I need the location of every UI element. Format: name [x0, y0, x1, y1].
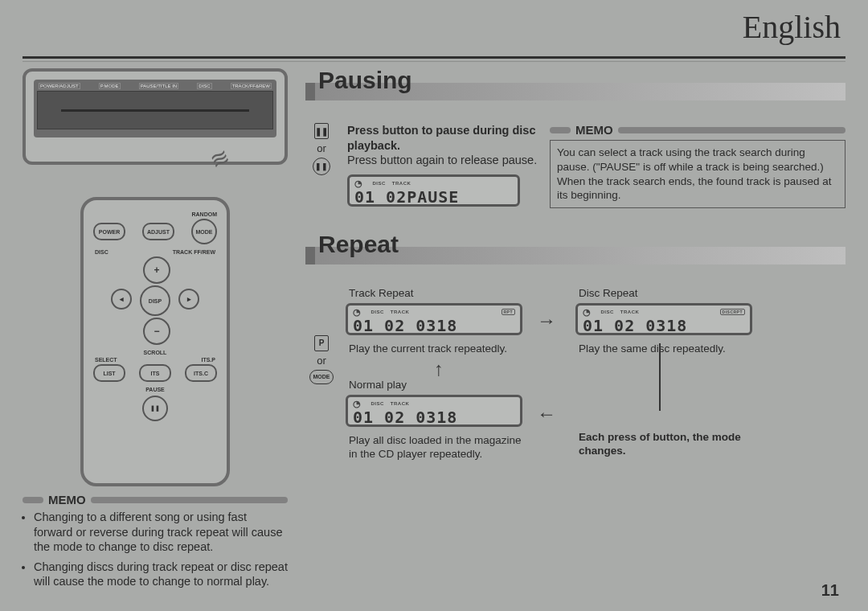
- lcd-disc-repeat: ◔DISCTRACKDISCRPT 01 02 0318: [575, 303, 752, 335]
- dpad-down-icon: −: [143, 318, 170, 345]
- remote-its-button: ITS: [139, 364, 171, 382]
- remote-label: DISC: [95, 249, 108, 255]
- hu-label: TRACK/FF&REW: [231, 83, 272, 89]
- head-unit-illustration: POWER/ADJUST P.MODE PAUSE/TITLE IN DISC …: [23, 68, 288, 165]
- remote-label: SCROLL: [144, 350, 167, 355]
- remote-label: SELECT: [95, 357, 117, 363]
- disc-repeat-label: Disc Repeat: [579, 287, 638, 299]
- hu-label: PAUSE/TITLE IN: [139, 83, 179, 89]
- hu-label: DISC: [197, 83, 211, 89]
- or-label: or: [317, 142, 326, 154]
- repeat-icon-col: P or MODE: [305, 335, 338, 480]
- remote-power-button: POWER: [93, 223, 125, 240]
- memo-item: Changing to a different song or using fa…: [34, 510, 288, 555]
- arrow-line: [659, 343, 661, 411]
- disc-repeat-desc: Play the same disc repeatedly.: [579, 342, 755, 356]
- arrow-right-icon: →: [537, 310, 556, 332]
- hu-label: P.MODE: [99, 83, 121, 89]
- memo-item: Changing discs during track repeat or di…: [34, 560, 288, 589]
- p-key-icon: P: [314, 335, 329, 351]
- lcd-normal-play: ◔DISCTRACK 01 02 0318: [346, 395, 522, 427]
- signal-icon: ≋: [206, 143, 234, 175]
- normal-play-label: Normal play: [349, 379, 407, 391]
- or-label: or: [317, 355, 326, 367]
- page-number: 11: [821, 581, 839, 600]
- pause-key-icon: ❚❚: [314, 123, 329, 139]
- section-pausing: Pausing: [305, 83, 845, 100]
- divider-thin: [23, 61, 845, 62]
- normal-play-desc: Play all disc loaded in the magazine in …: [349, 433, 526, 461]
- track-repeat-desc: Play the current track repeatedly.: [349, 342, 526, 356]
- lcd-track-repeat: ◔DISCTRACKRPT 01 02 0318: [346, 303, 522, 335]
- remote-list-button: LIST: [93, 364, 125, 382]
- hu-label: POWER/ADJUST: [39, 83, 80, 89]
- pause-icon-col: ❚❚ or ❚❚: [305, 123, 338, 210]
- mode-key-icon: MODE: [309, 370, 334, 384]
- pause-round-icon: ❚❚: [313, 158, 330, 175]
- lcd-pause: ◔DISCTRACK 01 02PAUSE: [347, 174, 520, 207]
- section-repeat: Repeat: [305, 247, 845, 264]
- dpad-center-button: DISP: [140, 285, 170, 316]
- remote-itsc-button: ITS.C: [185, 364, 217, 382]
- dpad-up-icon: +: [143, 256, 170, 284]
- pause-instruction-bold: Press button to pause during disc playba…: [347, 123, 540, 153]
- remote-pause-button: ❚❚: [142, 396, 168, 421]
- dpad-left-icon: ◂: [111, 289, 132, 310]
- pause-instruction: Press button again to release pause.: [347, 153, 540, 168]
- remote-adjust-button: ADJUST: [142, 223, 174, 240]
- remote-label: ITS.P: [201, 357, 215, 363]
- remote-label: PAUSE: [145, 387, 165, 392]
- dpad-right-icon: ▸: [178, 289, 199, 310]
- track-repeat-label: Track Repeat: [349, 287, 414, 299]
- remote-label: TRACK FF/REW: [173, 249, 215, 255]
- section-title: Repeat: [318, 231, 399, 258]
- divider-thick: [23, 56, 845, 59]
- remote-dpad: + − ◂ ▸ DISP: [111, 256, 199, 345]
- arrow-up-icon: ↑: [434, 358, 444, 380]
- arrow-left-icon: ←: [537, 403, 556, 425]
- memo-box-pause: You can select a track using the track s…: [550, 140, 845, 208]
- memo-body: Changing to a different song or using fa…: [23, 510, 288, 589]
- remote-illustration: RANDOM POWER ADJUST MODE DISC TRACK FF/R…: [80, 197, 230, 486]
- language-label: English: [743, 8, 841, 46]
- memo-heading-pause: MEMO: [550, 123, 845, 137]
- mode-change-note: Each press of button, the mode changes.: [579, 430, 780, 458]
- remote-label: RANDOM: [192, 211, 218, 217]
- section-title: Pausing: [318, 67, 412, 94]
- remote-mode-button: MODE: [191, 219, 217, 244]
- memo-heading: MEMO: [23, 493, 288, 506]
